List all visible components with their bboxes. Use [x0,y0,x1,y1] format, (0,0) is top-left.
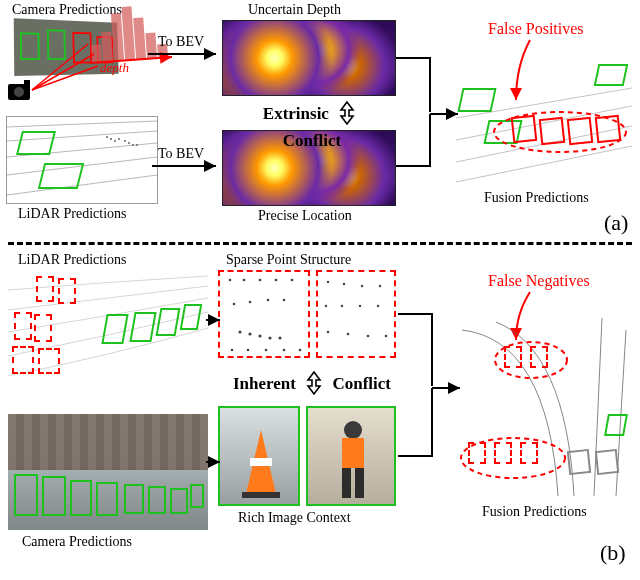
svg-point-51 [325,305,327,307]
fusion-b-gray-2 [595,449,619,475]
lidar-b-red-4 [34,314,52,342]
inherent-conflict-block: Inherent Conflict [222,370,402,401]
fusion-predictions-b [456,310,634,500]
svg-point-41 [278,336,281,339]
svg-point-56 [347,333,350,336]
fusion-predictions-b-label: Fusion Predictions [482,504,587,520]
svg-point-37 [238,330,241,333]
fusion-a-red-2 [539,117,566,145]
svg-point-32 [291,279,294,282]
svg-point-50 [379,285,381,287]
cam-b-box-3 [70,480,92,516]
fusion-predictions-a [456,58,632,186]
depth-axis-label: depth [100,60,129,76]
subfigure-a-label: (a) [604,210,628,236]
to-bev-label-top: To BEV [158,34,204,50]
bidirectional-arrow-icon [337,100,357,126]
depth-bar-5 [133,17,146,60]
svg-point-16 [124,140,126,142]
lidar-predictions-a-label: LiDAR Predictions [18,206,127,222]
bidirectional-arrow-icon-b [304,370,324,396]
to-bev-label-bottom: To BEV [158,146,204,162]
svg-point-13 [110,138,112,140]
uncertain-depth-label: Uncertain Depth [248,2,341,18]
svg-point-15 [118,138,120,140]
svg-rect-64 [342,468,351,498]
lidar-predictions-b-label: LiDAR Predictions [18,252,127,268]
svg-point-54 [377,305,379,307]
cam-b-box-8 [190,484,204,508]
svg-point-44 [265,349,268,352]
svg-point-17 [128,142,130,144]
svg-point-52 [341,305,343,307]
fusion-b-red-5 [520,442,538,464]
sparse-point-structure-label: Sparse Point Structure [226,252,351,268]
false-positives-label: False Positives [488,20,584,38]
svg-point-19 [136,144,138,146]
svg-point-14 [114,140,116,142]
inherent-word: Inherent [233,374,296,393]
extrinsic-conflict-block: Extrinsic Conflict [232,100,392,151]
fusion-a-red-1 [511,115,538,143]
svg-rect-61 [242,492,280,498]
panel-separator [8,242,632,245]
conflict-word-b: Conflict [332,374,391,393]
camera-predictions-image [8,414,208,530]
svg-point-42 [231,349,234,352]
svg-point-35 [267,299,270,302]
svg-point-55 [327,331,330,334]
svg-point-39 [258,334,261,337]
lidar-a-box-2 [38,163,84,189]
svg-point-45 [283,349,286,352]
svg-point-38 [248,332,251,335]
arrow-lidar-to-sparse [206,310,226,330]
svg-point-2 [14,87,24,97]
lidar-b-red-1 [36,276,54,302]
sparse-crop-2 [316,270,396,358]
lidar-b-red-2 [58,278,76,304]
svg-point-12 [106,136,108,138]
fusion-a-red-4 [595,115,622,143]
uncertain-depth-heatmap [222,20,396,96]
conflict-word-a: Conflict [283,131,342,150]
cam-b-box-6 [148,486,166,514]
fusion-b-red-2 [530,346,548,368]
svg-point-58 [385,335,388,338]
svg-line-6 [32,66,98,90]
extrinsic-word: Extrinsic [263,104,329,123]
svg-rect-65 [355,468,364,498]
cam-b-box-4 [96,482,118,516]
svg-point-53 [359,305,361,307]
svg-point-46 [299,349,302,352]
rich-crop-person [306,406,396,506]
precise-location-label: Precise Location [258,208,352,224]
fusion-b-red-1 [504,346,522,368]
lidar-b-red-3 [14,312,32,340]
lidar-a-box-1 [16,131,56,155]
subfigure-b-label: (b) [600,540,626,566]
lidar-b-red-6 [38,348,60,374]
svg-point-36 [283,299,286,302]
fusion-b-red-4 [494,442,512,464]
arrow-cam-to-rich [206,452,226,472]
svg-point-34 [249,301,252,304]
lidar-b-red-5 [12,346,34,374]
camera-predictions-b-label: Camera Predictions [22,534,132,550]
svg-line-4 [32,44,88,90]
svg-point-49 [361,285,363,287]
svg-point-30 [259,279,262,282]
sparse-crop-1 [218,270,310,358]
cam-b-box-1 [14,474,38,516]
fusion-b-green-1 [604,414,628,436]
svg-point-40 [268,336,271,339]
cam-b-box-5 [124,484,144,514]
fusion-a-green-3 [594,64,629,86]
svg-point-28 [229,279,232,282]
fusion-a-red-3 [567,117,594,145]
svg-point-57 [367,335,370,338]
false-negatives-label: False Negatives [488,272,590,290]
camera-rays [28,40,98,100]
fusion-b-red-3 [468,442,486,464]
fusion-predictions-a-label: Fusion Predictions [484,190,589,206]
svg-point-43 [247,349,250,352]
